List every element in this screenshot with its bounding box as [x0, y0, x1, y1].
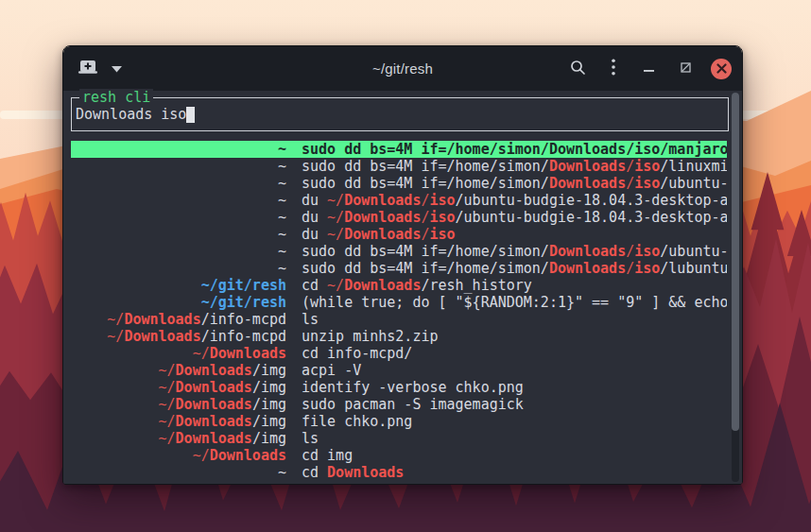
history-row[interactable]: ~/Downloads/imgfile chko.png: [71, 413, 727, 430]
restore-button[interactable]: [674, 57, 697, 81]
history-row[interactable]: ~du ~/Downloads/iso/ubuntu-budgie-18.04.…: [71, 209, 727, 226]
text-cursor: [186, 107, 195, 123]
search-button[interactable]: [566, 57, 589, 81]
history-row[interactable]: ~/git/reshcd ~/Downloads/resh_history: [71, 277, 727, 294]
history-row[interactable]: ~/Downloadscd info-mcpd/: [71, 345, 727, 362]
history-row[interactable]: ~/Downloadscd img: [71, 447, 727, 464]
new-tab-terminal-icon: [78, 59, 98, 78]
close-button[interactable]: [710, 57, 733, 81]
close-x-icon: [711, 59, 732, 79]
magnifier-icon: [570, 60, 586, 78]
tab-switcher-button[interactable]: [109, 57, 124, 81]
minimize-button[interactable]: [638, 57, 661, 81]
history-row[interactable]: ~cd Downloads: [71, 464, 727, 481]
resh-search-box[interactable]: resh cli Downloads iso: [71, 97, 729, 131]
history-row[interactable]: ~/Downloads/imgls: [71, 430, 727, 447]
restore-window-icon: [681, 61, 691, 76]
history-row[interactable]: ~du ~/Downloads/iso/ubuntu-budgie-18.04.…: [71, 192, 727, 209]
history-row[interactable]: ~sudo dd bs=4M if=/home/simon/Downloads/…: [71, 141, 727, 158]
history-row[interactable]: ~sudo dd bs=4M if=/home/simon/Downloads/…: [71, 243, 727, 260]
scrollbar-thumb[interactable]: [732, 93, 739, 431]
minimize-dash-icon: [644, 61, 655, 76]
chevron-down-icon: [112, 61, 122, 76]
history-row[interactable]: ~/git/resh(while true; do [ "${RANDOM:2:…: [71, 294, 727, 311]
history-row[interactable]: ~sudo dd bs=4M if=/home/simon/Downloads/…: [71, 260, 727, 277]
titlebar[interactable]: ~/git/resh: [63, 46, 742, 92]
history-row[interactable]: ~sudo dd bs=4M if=/home/simon/Downloads/…: [71, 175, 727, 192]
history-row[interactable]: ~/Downloads/imgacpi -V: [71, 362, 727, 379]
history-row[interactable]: ~/Downloads/imgsudo pacman -S imagemagic…: [71, 396, 727, 413]
history-row[interactable]: ~/Downloads/info-mcpdls: [71, 311, 727, 328]
terminal-window: ~/git/resh: [62, 45, 743, 485]
terminal-content: resh cli Downloads iso ~sudo dd bs=4M if…: [63, 91, 742, 484]
vertical-ellipsis-icon: [612, 59, 615, 78]
history-list: ~sudo dd bs=4M if=/home/simon/Downloads/…: [71, 141, 727, 481]
scrollbar-track[interactable]: [732, 93, 739, 482]
history-row[interactable]: ~sudo dd bs=4M if=/home/simon/Downloads/…: [71, 158, 727, 175]
resh-cli-label: resh cli: [79, 89, 153, 106]
search-query-input[interactable]: Downloads iso: [76, 106, 186, 123]
history-row[interactable]: ~du ~/Downloads/iso: [71, 226, 727, 243]
history-row[interactable]: ~/Downloads/info-mcpdunzip minhs2.zip: [71, 328, 727, 345]
history-row[interactable]: ~/Downloads/imgidentify -verbose chko.pn…: [71, 379, 727, 396]
menu-button[interactable]: [602, 57, 625, 81]
new-tab-button[interactable]: [77, 57, 99, 81]
